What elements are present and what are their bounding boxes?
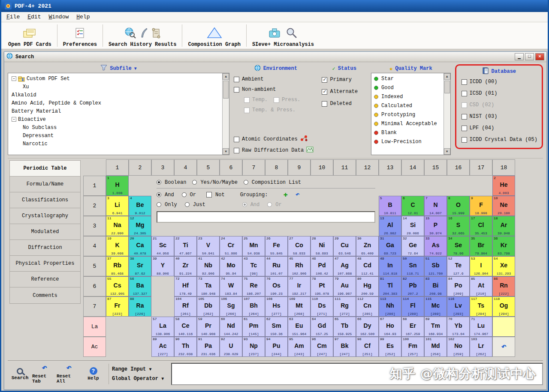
element-Ds[interactable]: 110Ds[271] [311,296,333,317]
element-Cu[interactable]: 29Cu63.546 [333,236,356,256]
tree-item[interactable]: Narcotic [8,140,222,148]
press-checkbox[interactable] [274,97,279,103]
press-checkbox-row[interactable]: Press. [274,96,300,104]
element-Cm[interactable]: 96Cm[247] [311,337,333,357]
close-button[interactable]: × [535,53,544,60]
and-radio[interactable] [157,192,161,197]
quality-item[interactable]: Low-Precision [371,137,443,146]
element-Co[interactable]: 27Co58.933 [288,236,311,256]
quality-scrollbar[interactable]: ▲ ▼ [443,73,450,155]
tab-reference[interactable]: Reference [10,272,80,287]
element-Xe[interactable]: 54Xe131.293 [492,256,515,276]
database-checkbox-row[interactable]: ICDD (00) [462,78,537,86]
just-radio[interactable] [185,202,190,207]
element-Hf[interactable]: 72Hf178.49 [174,276,197,296]
element-Y[interactable]: 39Y88.906 [151,256,174,276]
element-F[interactable]: 9F18.998 [470,196,492,216]
not-checkbox[interactable] [206,192,212,197]
group-header-16[interactable]: 16 [447,159,470,176]
grouping-and-radio[interactable] [242,202,247,207]
element-Re[interactable]: 75Re186.207 [242,276,265,296]
element-C[interactable]: 6C12.01 [401,196,424,216]
or-radio[interactable] [182,192,187,197]
alternate-checkbox[interactable] [322,89,327,95]
element-Fl[interactable]: 114Fl[289] [401,296,424,317]
scroll-thumb[interactable] [223,81,229,99]
primary-checkbox[interactable] [322,77,327,83]
scroll-track[interactable] [223,80,229,148]
scroll-track[interactable] [444,80,450,148]
ambient-checkbox[interactable] [234,77,239,82]
tab-physical-properties[interactable]: Physical Properties [10,256,80,272]
chevron-down-icon[interactable]: ▼ [134,66,137,71]
period-label-7[interactable]: 7 [83,296,106,317]
preferences-button[interactable]: Preferences [58,22,102,49]
boolean-radio[interactable] [157,180,161,185]
menu-help[interactable]: Help [73,13,93,21]
temp-press-checkbox-row[interactable]: Temp. & Press. [244,106,317,114]
clear-selection-button[interactable]: ↶ [492,337,515,357]
element-Am[interactable]: 95Am[243] [288,337,311,357]
database-checkbox[interactable] [462,79,467,85]
raw-diffraction-checkbox[interactable] [234,148,239,153]
element-Tl[interactable]: 81Tl204.383 [379,276,401,296]
element-Ce[interactable]: 58Ce140.116 [174,317,197,337]
collapse-icon[interactable]: - [12,76,16,81]
element-Bh[interactable]: 107Bh[264] [242,296,265,317]
element-Mn[interactable]: 25Mn54.938 [242,236,265,256]
element-Ra[interactable]: 88Ra[226] [129,296,151,317]
tree-item[interactable]: Battery Material [8,107,222,115]
scroll-down-icon[interactable]: ▼ [223,148,229,155]
element-Zn[interactable]: 30Zn65.409 [356,236,379,256]
period-label-2[interactable]: 2 [83,196,106,216]
element-Ne[interactable]: 10Ne20.180 [492,196,515,216]
group-header-9[interactable]: 9 [288,159,311,176]
element-Sb[interactable]: 51Sb121.760 [424,256,447,276]
group-header-7[interactable]: 7 [242,159,265,176]
database-checkbox-row[interactable]: LPF (04) [462,124,537,132]
database-checkbox-row[interactable]: CSD (02) [462,101,537,109]
element-Bi[interactable]: 83Bi208.98 [424,276,447,296]
element-Tc[interactable]: 43Tc[98] [242,256,265,276]
element-Be[interactable]: 4Be9.012 [129,196,151,216]
reset-all-button[interactable]: ↶Reset All [57,364,81,384]
element-Ho[interactable]: 67Ho164.93 [379,317,401,337]
temp-checkbox-row[interactable]: Temp. [244,96,268,104]
element-Pb[interactable]: 82Pb207.2 [401,276,424,296]
menu-edit[interactable]: Edit [24,13,44,21]
reset-tab-button[interactable]: ↶Reset Tab [32,364,57,384]
element-P[interactable]: 15P30.974 [424,216,447,236]
deleted-checkbox[interactable] [322,101,327,107]
quality-item[interactable]: Calculated [371,101,443,110]
group-header-2[interactable]: 2 [129,159,151,176]
database-checkbox-row[interactable]: ICSD (01) [462,90,537,97]
element-Lv[interactable]: 116Lv[293] [447,296,470,317]
element-Nd[interactable]: 60Nd144.242 [220,317,242,337]
quality-item[interactable]: Good [371,83,443,92]
element-U[interactable]: 92U238.029 [220,337,242,357]
quality-item[interactable]: Minimal Acceptable [371,119,443,128]
element-Nb[interactable]: 41Nb92.906 [197,256,220,276]
element-Zr[interactable]: 40Zr91.224 [174,256,197,276]
group-header-11[interactable]: 11 [333,159,356,176]
element-N[interactable]: 7N14.007 [424,196,447,216]
element-No[interactable]: 102No[259] [447,337,470,357]
tree-item[interactable]: No Subclass [8,123,222,132]
element-At[interactable]: 85At[210] [470,276,492,296]
element-Rh[interactable]: 45Rh102.906 [288,256,311,276]
tree-item[interactable]: Alkaloid [8,91,222,99]
period-label-5[interactable]: 5 [83,256,106,276]
yes-no-maybe-radio[interactable] [192,180,197,185]
element-Ge[interactable]: 32Ge72.64 [401,236,424,256]
database-checkbox-row[interactable]: NIST (03) [462,113,537,120]
element-Cl[interactable]: 17Cl35.453 [470,216,492,236]
tab-periodic-table[interactable]: Periodic Table [10,161,80,177]
expression-input[interactable] [157,211,375,223]
scroll-down-icon[interactable]: ▼ [444,148,450,155]
quality-item[interactable]: Blank [371,128,443,137]
group-header-5[interactable]: 5 [197,159,220,176]
element-Th[interactable]: 90Th232.038 [174,337,197,357]
element-Fr[interactable]: 87Fr[223] [106,296,129,317]
atomic-coordinates-checkbox[interactable] [234,137,239,142]
element-Bk[interactable]: 97Bk[247] [333,337,356,357]
